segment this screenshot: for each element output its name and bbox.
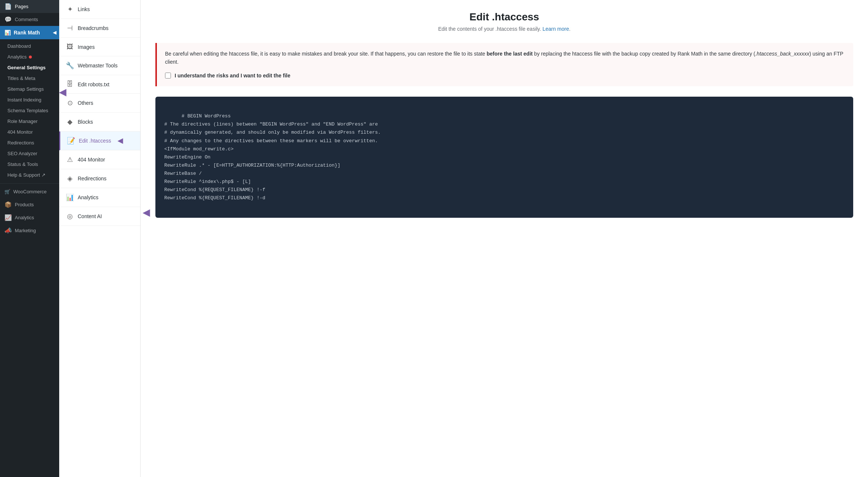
sidebar-item-analytics-woo[interactable]: 📈 Analytics bbox=[0, 211, 59, 224]
analytics-woo-label: Analytics bbox=[15, 215, 34, 220]
edit-robots-label: Edit robots.txt bbox=[78, 81, 110, 87]
learn-more-link[interactable]: Learn more bbox=[542, 26, 569, 32]
inner-item-images[interactable]: 🖼 Images bbox=[59, 38, 140, 56]
edit-htaccess-label: Edit .htaccess bbox=[79, 138, 111, 144]
sitemap-settings-label: Sitemap Settings bbox=[7, 86, 44, 92]
sidebar-item-role-manager[interactable]: Role Manager bbox=[0, 116, 59, 127]
rank-math-icon: 📊 bbox=[4, 30, 11, 36]
breadcrumbs-label: Breadcrumbs bbox=[78, 25, 108, 31]
page-title: Edit .htaccess bbox=[155, 11, 853, 23]
code-editor[interactable]: # BEGIN WordPress # The directives (line… bbox=[155, 97, 853, 218]
inner-item-others[interactable]: ⊙ Others bbox=[59, 94, 140, 113]
404-monitor-label: 404 Monitor bbox=[7, 129, 33, 135]
woocommerce-icon: 🛒 bbox=[4, 189, 10, 194]
sidebar-divider-1 bbox=[0, 183, 59, 184]
analytics-inner-label: Analytics bbox=[78, 194, 98, 200]
sidebar-item-comments[interactable]: 💬 Comments bbox=[0, 13, 59, 26]
images-icon: 🖼 bbox=[66, 43, 74, 51]
status-tools-label: Status & Tools bbox=[7, 161, 38, 167]
help-support-label: Help & Support ↗ bbox=[7, 172, 46, 178]
wp-admin-sidebar: 📄 Pages 💬 Comments 📊 Rank Math ◀ Dashboa… bbox=[0, 0, 59, 477]
comments-icon: 💬 bbox=[4, 16, 12, 23]
rank-math-header[interactable]: 📊 Rank Math ◀ bbox=[0, 26, 59, 39]
understand-checkbox-row: I understand the risks and I want to edi… bbox=[165, 71, 845, 80]
woocommerce-label: WooCommerce bbox=[13, 189, 47, 194]
understand-checkbox[interactable] bbox=[165, 73, 171, 79]
inner-item-webmaster-tools[interactable]: 🔧 Webmaster Tools bbox=[59, 56, 140, 75]
redirections-inner-label: Redirections bbox=[78, 176, 107, 181]
sidebar-item-analytics[interactable]: Analytics bbox=[0, 51, 59, 62]
sidebar-item-seo-analyzer[interactable]: SEO Analyzer bbox=[0, 148, 59, 159]
inner-item-edit-robots[interactable]: 🗄 Edit robots.txt bbox=[59, 75, 140, 94]
sidebar-item-general-settings[interactable]: General Settings bbox=[0, 62, 59, 73]
webmaster-tools-label: Webmaster Tools bbox=[78, 63, 118, 69]
role-manager-label: Role Manager bbox=[7, 119, 38, 124]
comments-label: Comments bbox=[15, 17, 38, 22]
warning-text-plain: Be careful when editing the htaccess fil… bbox=[165, 51, 487, 57]
analytics-label: Analytics bbox=[7, 54, 27, 60]
seo-analyzer-label: SEO Analyzer bbox=[7, 151, 37, 156]
sidebar-item-instant-indexing[interactable]: Instant Indexing bbox=[0, 94, 59, 105]
edit-robots-icon: 🗄 bbox=[66, 80, 74, 88]
instant-indexing-label: Instant Indexing bbox=[7, 97, 41, 103]
rank-math-label: Rank Math bbox=[14, 30, 40, 36]
warning-text-bold: before the last edit bbox=[487, 51, 532, 57]
redirections-inner-icon: ◈ bbox=[66, 174, 74, 183]
content-ai-label: Content AI bbox=[78, 213, 102, 219]
404-monitor-inner-label: 404 Monitor bbox=[78, 157, 105, 163]
sidebar-item-redirections[interactable]: Redirections bbox=[0, 137, 59, 148]
edit-htaccess-icon: 📝 bbox=[67, 137, 75, 145]
inner-item-404-monitor[interactable]: ⚠ 404 Monitor bbox=[59, 150, 140, 169]
page-subtitle: Edit the contents of your .htaccess file… bbox=[155, 26, 853, 32]
content-ai-icon: ◎ bbox=[66, 212, 74, 220]
redirections-label: Redirections bbox=[7, 140, 34, 146]
inner-item-blocks[interactable]: ◆ Blocks bbox=[59, 113, 140, 131]
rank-math-submenu: Dashboard Analytics General Settings Tit… bbox=[0, 39, 59, 182]
breadcrumbs-icon: ⊣ bbox=[66, 24, 74, 32]
htaccess-arrow-indicator: ◀ bbox=[118, 137, 123, 145]
sidebar-item-sitemap-settings[interactable]: Sitemap Settings bbox=[0, 84, 59, 94]
products-icon: 📦 bbox=[4, 201, 12, 208]
inner-item-analytics-inner[interactable]: 📊 Analytics bbox=[59, 188, 140, 207]
titles-meta-label: Titles & Meta bbox=[7, 76, 35, 81]
warning-text-italic: .htaccess_back_xxxxxx bbox=[755, 51, 809, 57]
blocks-icon: ◆ bbox=[66, 118, 74, 126]
marketing-label: Marketing bbox=[15, 228, 36, 233]
sidebar-item-schema-templates[interactable]: Schema Templates bbox=[0, 105, 59, 116]
inner-item-content-ai[interactable]: ◎ Content AI bbox=[59, 207, 140, 226]
sidebar-item-pages[interactable]: 📄 Pages bbox=[0, 0, 59, 13]
inner-item-breadcrumbs[interactable]: ⊣ Breadcrumbs bbox=[59, 19, 140, 38]
content-panel: Edit .htaccess Edit the contents of your… bbox=[141, 0, 868, 477]
sidebar-item-dashboard[interactable]: Dashboard bbox=[0, 41, 59, 51]
blocks-label: Blocks bbox=[78, 119, 93, 125]
others-icon: ⊙ bbox=[66, 99, 74, 107]
understand-checkbox-label[interactable]: I understand the risks and I want to edi… bbox=[175, 71, 290, 80]
sidebar-item-titles-meta[interactable]: Titles & Meta bbox=[0, 73, 59, 84]
analytics-badge bbox=[29, 56, 32, 59]
sidebar-item-marketing[interactable]: 📣 Marketing bbox=[0, 224, 59, 237]
inner-item-redirections[interactable]: ◈ Redirections bbox=[59, 169, 140, 188]
pages-icon: 📄 bbox=[4, 3, 12, 10]
code-content: # BEGIN WordPress # The directives (line… bbox=[164, 113, 381, 201]
inner-item-links[interactable]: ✦ Links bbox=[59, 0, 140, 19]
404-monitor-inner-icon: ⚠ bbox=[66, 156, 74, 164]
analytics-inner-icon: 📊 bbox=[66, 193, 74, 201]
products-label: Products bbox=[15, 202, 34, 207]
sidebar-item-404-monitor[interactable]: 404 Monitor bbox=[0, 127, 59, 137]
links-icon: ✦ bbox=[66, 5, 74, 13]
analytics-woo-icon: 📈 bbox=[4, 214, 12, 221]
rank-math-collapse-arrow: ◀ bbox=[53, 30, 56, 35]
images-label: Images bbox=[78, 44, 95, 50]
sidebar-item-help-support[interactable]: Help & Support ↗ bbox=[0, 170, 59, 180]
schema-templates-label: Schema Templates bbox=[7, 108, 48, 113]
links-label: Links bbox=[78, 6, 90, 12]
rm-inner-sidebar: ✦ Links ⊣ Breadcrumbs 🖼 Images 🔧 Webmast… bbox=[59, 0, 141, 477]
warning-box: Be careful when editing the htaccess fil… bbox=[155, 43, 853, 86]
dashboard-label: Dashboard bbox=[7, 43, 31, 49]
sidebar-item-status-tools[interactable]: Status & Tools bbox=[0, 159, 59, 170]
sidebar-item-products[interactable]: 📦 Products bbox=[0, 198, 59, 211]
others-label: Others bbox=[78, 100, 93, 106]
inner-item-edit-htaccess[interactable]: 📝 Edit .htaccess ◀ bbox=[59, 131, 140, 150]
webmaster-tools-icon: 🔧 bbox=[66, 61, 74, 70]
sidebar-item-woocommerce[interactable]: 🛒 WooCommerce bbox=[0, 185, 59, 198]
